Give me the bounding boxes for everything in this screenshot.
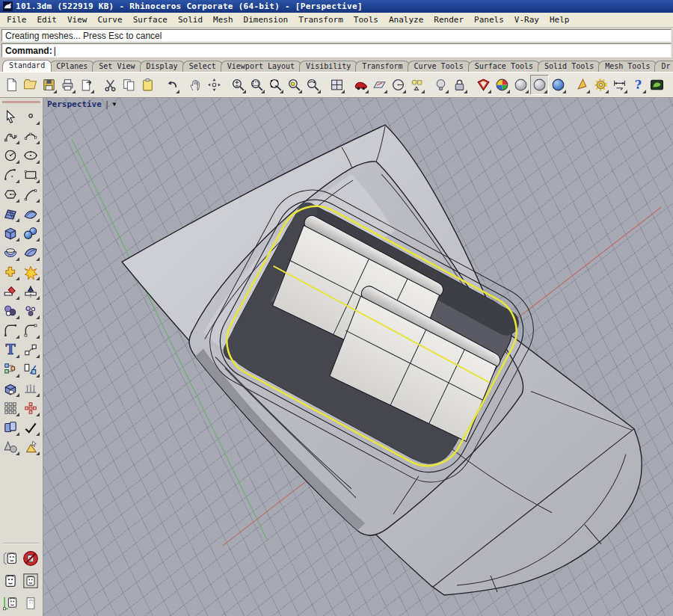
tool-polygon[interactable] [1, 185, 20, 203]
new-file-button[interactable] [2, 75, 21, 95]
menu-help[interactable]: Help [544, 13, 575, 26]
tool-conic[interactable] [22, 185, 40, 203]
tool-revolve[interactable] [1, 244, 20, 262]
open-file-button[interactable] [21, 75, 40, 95]
tool-select[interactable] [1, 108, 20, 126]
palette-grip[interactable] [2, 101, 40, 103]
tool-primitives[interactable] [1, 438, 20, 456]
options-button[interactable] [591, 75, 610, 95]
copy-button[interactable] [120, 75, 138, 95]
car-demo-button[interactable] [351, 75, 370, 95]
cut-button[interactable] [101, 75, 120, 95]
tool-curve-through-points[interactable] [22, 127, 40, 145]
tool-join[interactable] [1, 419, 20, 437]
viewport-title[interactable]: Perspective | ▼ [47, 99, 116, 109]
menu-view[interactable]: View [62, 13, 93, 26]
menu-solid[interactable]: Solid [173, 13, 208, 26]
perspective-viewport[interactable]: Perspective | ▼ [43, 98, 673, 616]
vray-button[interactable] [573, 75, 591, 95]
tab-cplanes[interactable]: CPlanes [49, 61, 94, 72]
tool-blend[interactable] [1, 302, 20, 320]
select-objects-button[interactable] [408, 75, 426, 95]
help-button[interactable] [629, 75, 648, 95]
menu-analyze[interactable]: Analyze [384, 13, 428, 26]
tool-surface-patch[interactable] [22, 205, 40, 223]
tool-rectangle[interactable] [22, 166, 40, 184]
menu-render[interactable]: Render [428, 13, 469, 26]
tool-box[interactable] [1, 224, 20, 242]
tab-display[interactable]: Display [140, 61, 185, 72]
tool-sphere[interactable] [22, 224, 40, 242]
tab-viewport-layout[interactable]: Viewport Layout [221, 61, 301, 72]
render-color-button[interactable] [493, 75, 511, 95]
tab-set-view[interactable]: Set View [92, 61, 141, 72]
menu-panels[interactable]: Panels [469, 13, 509, 26]
lock-objects-button[interactable] [450, 75, 469, 95]
tool-circle[interactable] [1, 147, 20, 164]
command-history[interactable]: Creating meshes... Press Esc to cancel [1, 29, 672, 42]
tool-control-point-curve[interactable] [1, 127, 20, 145]
cplane-button[interactable] [370, 75, 389, 95]
tool-face-page[interactable] [22, 594, 40, 613]
tool-text[interactable] [1, 341, 20, 359]
named-cplane-button[interactable] [389, 75, 408, 95]
zoom-window-button[interactable] [248, 75, 266, 95]
tool-split[interactable] [22, 283, 40, 301]
tool-arc[interactable] [1, 166, 20, 184]
grasshopper-button[interactable] [648, 75, 666, 95]
zoom-selected-button[interactable] [285, 75, 304, 95]
menu-dimension[interactable]: Dimension [239, 13, 294, 26]
menu-curve[interactable]: Curve [93, 13, 128, 26]
rotate-view-button[interactable] [205, 75, 224, 95]
export-button[interactable] [77, 75, 96, 95]
menu-edit[interactable]: Edit [32, 13, 63, 26]
viewport-canvas[interactable] [43, 98, 673, 616]
tool-group[interactable] [1, 360, 20, 378]
tool-distribute[interactable] [22, 360, 40, 378]
tool-face-disabled[interactable] [22, 549, 40, 568]
save-file-button[interactable] [40, 75, 58, 95]
tab-solid-tools[interactable]: Solid Tools [538, 61, 600, 72]
tool-face-frame[interactable] [22, 571, 40, 591]
tool-trim[interactable] [1, 283, 20, 301]
tool-sweep[interactable] [22, 244, 40, 262]
tab-mesh-tools[interactable]: Mesh Tools [598, 61, 657, 72]
print-button[interactable] [58, 75, 77, 95]
undo-button[interactable] [162, 75, 181, 95]
tool-face-axis[interactable] [1, 594, 20, 613]
tool-chamfer-curve[interactable] [22, 321, 40, 339]
tab-surface-tools[interactable]: Surface Tools [468, 61, 540, 72]
viewport-layout-button[interactable] [328, 75, 346, 95]
menu-surface[interactable]: Surface [128, 13, 173, 26]
undo-view-change-button[interactable] [304, 75, 322, 95]
ghosted-viewport-button[interactable] [530, 75, 549, 95]
tab-standard[interactable]: Standard [2, 60, 52, 72]
tool-check[interactable] [22, 419, 40, 437]
tool-fillet-curve[interactable] [1, 321, 20, 339]
tab-curve-tools[interactable]: Curve Tools [408, 61, 470, 72]
tool-face-rotate[interactable] [1, 549, 20, 568]
tab-transform[interactable]: Transform [355, 61, 409, 72]
tab-select[interactable]: Select [182, 61, 223, 72]
tool-face-copy[interactable] [1, 571, 20, 591]
tool-extrude[interactable] [1, 380, 20, 398]
render-button[interactable] [474, 75, 493, 95]
menu-mesh[interactable]: Mesh [208, 13, 239, 26]
tool-boolean[interactable] [1, 263, 20, 281]
tab-drafting[interactable]: Dr [654, 61, 673, 72]
tool-match[interactable] [22, 302, 40, 320]
command-input[interactable]: Command: | [1, 43, 672, 58]
tool-linear-array[interactable] [22, 399, 40, 417]
tool-surface-from-curves[interactable] [1, 205, 20, 223]
lights-button[interactable] [431, 75, 450, 95]
tab-visibility[interactable]: Visibility [299, 61, 357, 72]
menu-transform[interactable]: Transform [293, 13, 348, 26]
rendered-viewport-button[interactable] [549, 75, 568, 95]
dimension-button[interactable] [610, 75, 629, 95]
menu-file[interactable]: File [1, 13, 32, 26]
menu-vray[interactable]: V-Ray [509, 13, 544, 26]
shaded-viewport-button[interactable] [511, 75, 530, 95]
pan-view-button[interactable] [186, 75, 205, 95]
tool-rectangular-array[interactable] [1, 399, 20, 417]
tool-copy-object[interactable] [22, 341, 40, 359]
